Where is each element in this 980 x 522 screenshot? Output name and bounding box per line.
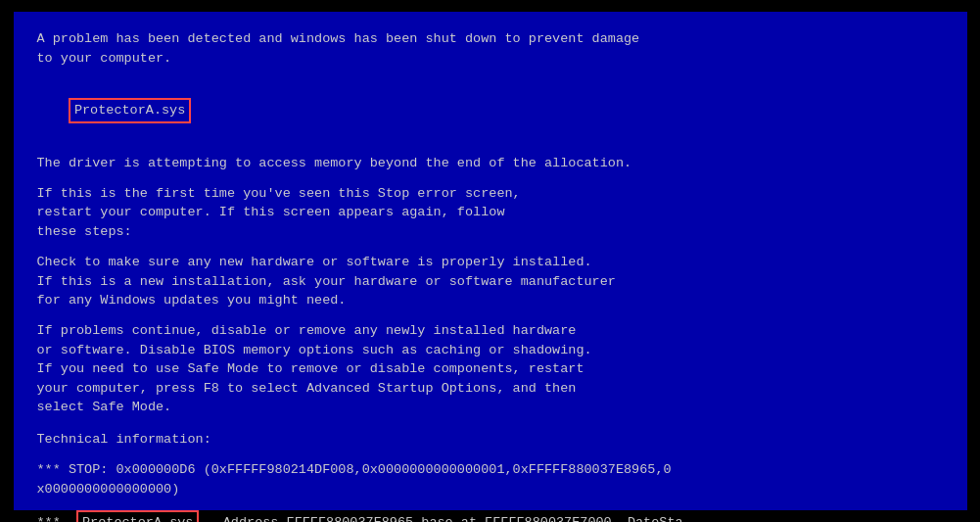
technical-header: Technical information: bbox=[37, 430, 944, 450]
driver-detail-badge: ProtectorA.sys bbox=[76, 510, 199, 522]
driver-name-badge: ProtectorA.sys bbox=[69, 98, 191, 123]
header-line2: to your computer. bbox=[37, 49, 944, 69]
para4-line2: or software. Disable BIOS memory options… bbox=[37, 341, 944, 360]
driver-detail-suffix: - Address FFFFF880037E8965 base at FFFFF… bbox=[199, 515, 682, 522]
para3-line3: for any Windows updates you might need. bbox=[37, 291, 944, 310]
para2-line2: restart your computer. If this screen ap… bbox=[37, 203, 944, 222]
para1: The driver is attempting to access memor… bbox=[37, 154, 944, 173]
technical-section: Technical information: *** STOP: 0x00000… bbox=[37, 430, 944, 522]
para3-line1: Check to make sure any new hardware or s… bbox=[37, 253, 944, 272]
driver-name-line: ProtectorA.sys bbox=[37, 79, 944, 143]
para4-line3: If you need to use Safe Mode to remove o… bbox=[37, 359, 944, 379]
bsod-screen: A problem has been detected and windows … bbox=[11, 9, 970, 513]
para4-line1: If problems continue, disable or remove … bbox=[37, 321, 944, 341]
driver-detail-line1: *** ProtectorA.sys - Address FFFFF880037… bbox=[37, 510, 944, 522]
para3-line2: If this is a new installation, ask your … bbox=[37, 272, 944, 292]
driver-detail-prefix: *** bbox=[37, 515, 77, 522]
stop-line1: *** STOP: 0x000000D6 (0xFFFFF980214DF008… bbox=[37, 460, 944, 480]
para4-line5: select Safe Mode. bbox=[37, 398, 944, 417]
header-line1: A problem has been detected and windows … bbox=[37, 29, 944, 49]
para2-line1: If this is the first time you've seen th… bbox=[37, 184, 944, 204]
para4-line4: your computer, press F8 to select Advanc… bbox=[37, 379, 944, 399]
para2-line3: these steps: bbox=[37, 222, 944, 242]
stop-line2: x0000000000000000) bbox=[37, 480, 944, 499]
